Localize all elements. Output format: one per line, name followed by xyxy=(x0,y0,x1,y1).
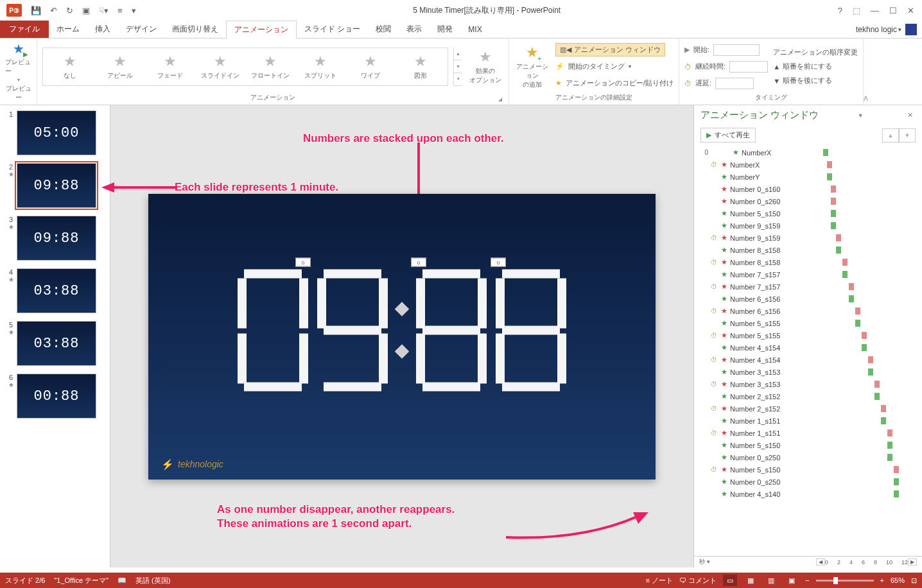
move-later-button[interactable]: ▼順番を後にする xyxy=(773,74,858,88)
preview-button[interactable]: ★▶ プレビュー ▾ xyxy=(5,41,31,83)
animation-item[interactable]: ⏱★Number 2_s152 xyxy=(699,402,922,415)
normal-view-icon[interactable]: ▭ xyxy=(723,575,737,586)
notes-button[interactable]: ≡ ノート xyxy=(646,576,673,585)
animation-item[interactable]: ★Number 4_s154 xyxy=(699,342,922,354)
user-avatar-icon[interactable] xyxy=(905,24,917,35)
slide-thumbnail[interactable]: 03:88 xyxy=(17,321,96,366)
zoom-out-icon[interactable]: − xyxy=(805,576,809,584)
anim-preset-ワイプ[interactable]: ★ワイプ xyxy=(347,53,394,80)
add-animation-button[interactable]: ★+ アニメーション の追加 xyxy=(514,44,550,89)
theme-name[interactable]: "1_Office テーマ" xyxy=(54,576,109,585)
tab-MIX[interactable]: MIX xyxy=(460,21,489,38)
slide-counter[interactable]: スライド 2/6 xyxy=(5,576,45,585)
collapse-ribbon-icon[interactable]: ᐱ xyxy=(864,95,873,105)
tab-表示[interactable]: 表示 xyxy=(399,21,430,38)
anim-preset-なし[interactable]: ★なし xyxy=(47,53,93,80)
zoom-slider[interactable] xyxy=(816,580,874,582)
comments-button[interactable]: 🗨 コメント xyxy=(679,576,717,585)
animation-item[interactable]: ★Number 0_s250 xyxy=(699,451,922,463)
user-name[interactable]: tekhno logic xyxy=(856,25,897,34)
reading-view-icon[interactable]: ▥ xyxy=(764,575,778,586)
tab-スライド ショー[interactable]: スライド ショー xyxy=(297,21,368,38)
tab-画面切り替え[interactable]: 画面切り替え xyxy=(164,21,226,38)
pane-close-icon[interactable]: ✕ xyxy=(907,111,913,119)
tab-開発[interactable]: 開発 xyxy=(430,21,460,38)
gallery-scroll[interactable]: ▲▼▾ xyxy=(453,48,462,86)
animation-item[interactable]: ★Number 7_s157 xyxy=(699,268,922,281)
animation-item[interactable]: ★Number 3_s153 xyxy=(699,366,922,378)
start-from-beginning-icon[interactable]: ▣ xyxy=(82,6,90,15)
start-field[interactable] xyxy=(713,44,760,56)
animation-item[interactable]: ⏱★Number 5_s150 xyxy=(699,463,922,476)
ribbon-display-icon[interactable]: ⬚ xyxy=(853,6,860,15)
close-icon[interactable]: ✕ xyxy=(907,6,914,15)
anim-preset-フェード[interactable]: ★フェード xyxy=(147,53,193,80)
slide[interactable]: 0 0 0 ⚡ tekhnologic xyxy=(148,194,656,480)
animation-item[interactable]: ★Number 5_s155 xyxy=(699,317,922,329)
anim-preset-スプリット[interactable]: ★スプリット xyxy=(297,53,344,80)
animation-item[interactable]: ★NumberY xyxy=(699,171,922,183)
tab-アニメーション[interactable]: アニメーション xyxy=(226,21,297,39)
tab-file[interactable]: ファイル xyxy=(0,21,49,38)
animation-item[interactable]: ⏱★NumberX xyxy=(699,159,922,171)
play-all-button[interactable]: ▶すべて再生 xyxy=(700,128,756,143)
pane-dropdown-icon[interactable]: ▼ xyxy=(858,112,864,119)
slide-thumbnail[interactable]: 03:88 xyxy=(17,268,96,313)
dialog-launcher-icon[interactable]: ◢ xyxy=(498,96,502,102)
duration-field[interactable] xyxy=(729,61,768,73)
animation-item[interactable]: ⏱★Number 9_s159 xyxy=(699,232,922,244)
slide-thumbnail[interactable]: 00:88 xyxy=(17,374,96,419)
ruler-right-icon[interactable]: ▶ xyxy=(908,558,917,566)
animation-item[interactable]: ★Number 0_s250 xyxy=(699,476,922,488)
animation-item[interactable]: ⏱★Number 4_s154 xyxy=(699,354,922,366)
slide-thumbnail[interactable]: 09:88 xyxy=(17,163,96,208)
help-icon[interactable]: ? xyxy=(838,6,842,15)
language-status[interactable]: 英語 (英国) xyxy=(135,576,170,585)
zoom-in-icon[interactable]: + xyxy=(880,576,884,584)
effect-options-button[interactable]: ★ 効果の オプション xyxy=(467,49,503,85)
animation-list[interactable]: 0★NumberX⏱★NumberX★NumberY★Number 0_s160… xyxy=(694,145,922,556)
animation-item[interactable]: ★Number 4_s140 xyxy=(699,488,922,500)
sorter-view-icon[interactable]: ▦ xyxy=(744,575,758,586)
animation-item[interactable]: ⏱★Number 3_s153 xyxy=(699,378,922,390)
ruler-left-icon[interactable]: ◀ xyxy=(816,558,825,566)
animation-item[interactable]: ★NumberX xyxy=(711,146,922,159)
line-spacing-icon[interactable]: ≡ xyxy=(117,6,123,15)
fit-window-icon[interactable]: ⊡ xyxy=(911,576,917,585)
animation-item[interactable]: ★Number 9_s159 xyxy=(699,220,922,232)
move-earlier-button[interactable]: ▲順番を前にする xyxy=(773,60,858,74)
tab-校閲[interactable]: 校閲 xyxy=(368,21,399,38)
zoom-level[interactable]: 65% xyxy=(891,576,905,584)
animation-item[interactable]: ⏱★Number 8_s158 xyxy=(699,256,922,268)
slide-thumbnail[interactable]: 09:88 xyxy=(17,216,96,261)
anim-preset-アピール[interactable]: ★アピール xyxy=(97,53,143,80)
move-up-button[interactable]: ▲ xyxy=(882,128,899,143)
slide-thumbnail[interactable]: 05:00 xyxy=(17,110,96,155)
slideshow-view-icon[interactable]: ▣ xyxy=(785,575,799,586)
touch-mode-icon[interactable]: ☟▾ xyxy=(99,6,109,15)
animation-item[interactable]: ★Number 5_s150 xyxy=(699,207,922,220)
move-down-button[interactable]: ▼ xyxy=(899,128,916,143)
animation-item[interactable]: ⏱★Number 7_s157 xyxy=(699,281,922,293)
minimize-icon[interactable]: — xyxy=(871,6,879,15)
animation-item[interactable]: ★Number 5_s150 xyxy=(699,439,922,451)
maximize-icon[interactable]: ☐ xyxy=(889,6,897,15)
tab-挿入[interactable]: 挿入 xyxy=(87,21,118,38)
qat-customize-icon[interactable]: ▾ xyxy=(132,6,136,15)
animation-item[interactable]: ★Number 8_s158 xyxy=(699,244,922,256)
anim-preset-図形[interactable]: ★図形 xyxy=(397,53,444,80)
delay-field[interactable] xyxy=(715,78,754,89)
animation-item[interactable]: ⏱★Number 5_s155 xyxy=(699,329,922,342)
tab-ホーム[interactable]: ホーム xyxy=(49,21,87,38)
animation-item[interactable]: ★Number 6_s156 xyxy=(699,293,922,305)
animation-item[interactable]: ★Number 1_s151 xyxy=(699,415,922,427)
save-icon[interactable]: 💾 xyxy=(31,6,41,15)
redo-icon[interactable]: ↻ xyxy=(66,6,73,15)
undo-icon[interactable]: ↶ xyxy=(50,6,57,15)
anim-preset-スライドイン[interactable]: ★スライドイン xyxy=(197,53,243,80)
trigger-button[interactable]: ⚡開始のタイミング▾ xyxy=(555,60,674,74)
animation-gallery[interactable]: ★なし★アピール★フェード★スライドイン★フロートイン★スプリット★ワイプ★図形 xyxy=(42,48,448,86)
spellcheck-icon[interactable]: 📖 xyxy=(117,576,126,585)
animation-item[interactable]: ★Number 0_s160 xyxy=(699,183,922,195)
anim-preset-フロートイン[interactable]: ★フロートイン xyxy=(247,53,293,80)
